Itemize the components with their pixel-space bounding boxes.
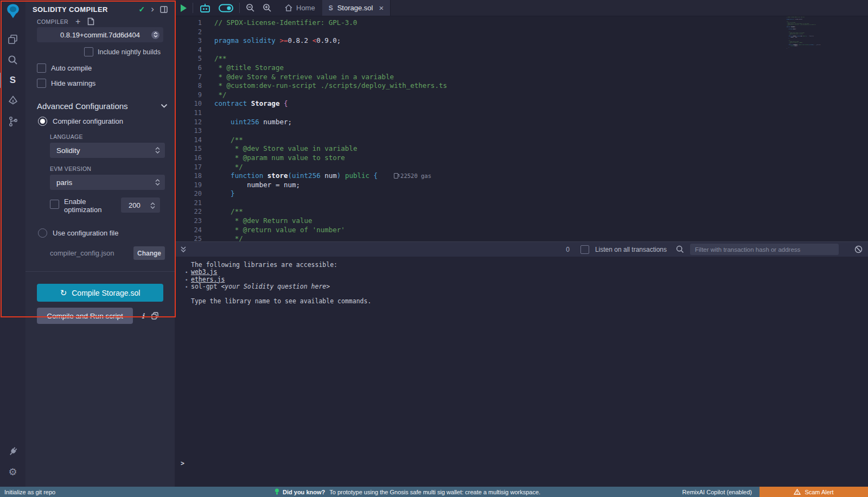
copilot-robot-icon[interactable]	[199, 3, 211, 12]
scam-alert-badge[interactable]: Scam Alert	[760, 487, 868, 497]
change-config-button[interactable]: Change	[133, 246, 165, 260]
git-init-status[interactable]: Initialize as git repo	[0, 489, 55, 495]
add-compiler-icon[interactable]: +	[75, 18, 80, 25]
copilot-toggle[interactable]	[219, 4, 233, 12]
pin-panel-icon[interactable]	[160, 6, 168, 13]
panel-title: SOLIDITY COMPILER	[33, 5, 133, 14]
runs-stepper-icon[interactable]	[150, 202, 155, 209]
terminal-search-icon[interactable]	[676, 245, 684, 253]
use-configuration-file-radio-row[interactable]: Use configuration file	[38, 228, 175, 238]
terminal-prompt[interactable]: >	[181, 460, 184, 467]
compile-button-label: Compile Storage.sol	[72, 289, 140, 297]
tip-text: To prototype using the Gnosis safe multi…	[329, 489, 540, 495]
gas-pump-icon	[809, 36, 809, 36]
language-label: LANGUAGE	[50, 133, 175, 140]
run-script-play-button[interactable]	[181, 4, 187, 12]
terminal-toolbar: 0 Listen on all transactions	[175, 241, 868, 257]
include-nightly-checkbox[interactable]	[84, 47, 93, 56]
compile-success-check-icon: ✓	[139, 5, 145, 14]
config-filename: compiler_config.json	[50, 249, 133, 257]
code-editor[interactable]: 1// SPDX-License-Identifier: GPL-3.023pr…	[175, 16, 868, 241]
git-icon[interactable]	[0, 111, 25, 132]
version-select-caret-icon	[151, 31, 159, 39]
enable-optimization-label-line1: Enable	[64, 197, 86, 206]
hide-warnings-checkbox[interactable]	[37, 79, 46, 88]
include-nightly-label: Include nightly builds	[98, 48, 161, 56]
listen-transactions-label: Listen on all transactions	[595, 246, 667, 253]
tab-home[interactable]: Home	[278, 0, 322, 16]
zoom-out-icon[interactable]	[246, 3, 255, 12]
evm-version-value: paris	[56, 179, 72, 187]
refresh-icon: ↻	[60, 289, 67, 297]
terminal-library-link[interactable]: web3.js	[191, 268, 217, 276]
compile-button[interactable]: ↻ Compile Storage.sol	[37, 284, 163, 302]
copy-icon[interactable]	[151, 312, 158, 320]
advanced-configurations-label: Advanced Configurations	[37, 101, 161, 111]
enable-optimization-label-line2: optimization	[64, 206, 101, 214]
expand-terminal-icon[interactable]	[180, 246, 187, 253]
use-configuration-file-label: Use configuration file	[53, 229, 118, 237]
compiler-configuration-radio[interactable]	[38, 117, 47, 126]
warning-triangle-icon	[794, 489, 801, 495]
language-value: Solidity	[56, 146, 80, 155]
remix-logo[interactable]	[5, 3, 21, 20]
info-icon[interactable]: i	[142, 312, 144, 320]
load-compiler-file-icon[interactable]	[87, 17, 94, 26]
status-bar: Initialize as git repo Did you know? To …	[0, 487, 868, 497]
tab-strip: S Storage.sol ×	[322, 0, 868, 16]
advanced-configurations-toggle[interactable]: Advanced Configurations	[37, 101, 168, 111]
settings-icon[interactable]: ⚙	[0, 462, 25, 482]
gas-pump-icon	[816, 44, 816, 45]
clear-terminal-icon[interactable]	[854, 245, 863, 253]
compiler-section-row: COMPILER +	[37, 17, 168, 26]
run-group	[175, 0, 193, 16]
enable-optimization-checkbox[interactable]	[50, 200, 59, 209]
terminal[interactable]: The following libraries are accessible:•…	[175, 257, 868, 487]
tab-storage-sol[interactable]: S Storage.sol ×	[322, 0, 391, 16]
compile-and-run-button[interactable]: Compile and Run script	[37, 308, 133, 324]
file-explorer-icon[interactable]	[0, 29, 25, 49]
tip-label: Did you know?	[283, 489, 325, 495]
copilot-status[interactable]: RemixAI Copilot (enabled)	[682, 489, 752, 495]
evm-version-label: EVM VERSION	[50, 165, 175, 172]
did-you-know-tip: Did you know? To prototype using the Gno…	[275, 488, 540, 495]
minimap[interactable]: 1// SPDX-License-Identifier: GPL-3.023pr…	[785, 16, 832, 98]
optimization-runs-wrap	[121, 197, 160, 213]
solidity-compiler-icon[interactable]: S	[0, 70, 25, 91]
activity-bar: S ⚙	[0, 0, 26, 487]
chevron-right-icon[interactable]: ›	[151, 6, 154, 12]
solidity-file-icon: S	[329, 4, 333, 12]
enable-optimization-row: Enable optimization	[50, 197, 175, 214]
transaction-filter-input[interactable]	[690, 244, 839, 255]
evm-version-select[interactable]: paris	[50, 175, 165, 190]
close-tab-icon[interactable]: ×	[379, 3, 384, 12]
lightbulb-icon	[275, 488, 279, 495]
copilot-group	[193, 0, 239, 16]
deploy-run-icon[interactable]	[0, 91, 25, 111]
solidity-compiler-panel: SOLIDITY COMPILER ✓ › COMPILER + 0.8.19+…	[25, 0, 175, 487]
auto-compile-checkbox[interactable]	[37, 63, 46, 73]
hide-warnings-row: Hide warnings	[37, 79, 175, 88]
auto-compile-label: Auto compile	[51, 64, 92, 72]
listen-transactions-checkbox[interactable]	[580, 245, 589, 254]
plugin-manager-icon[interactable]	[0, 441, 25, 462]
compiler-configuration-radio-row[interactable]: Compiler configuration	[38, 117, 175, 126]
home-label: Home	[296, 4, 315, 12]
select-stepper-icon	[155, 179, 160, 186]
zoom-in-icon[interactable]	[263, 3, 272, 12]
hide-warnings-label: Hide warnings	[51, 79, 95, 87]
settings-gear-glyph: ⚙	[8, 467, 17, 477]
main-area: Home S Storage.sol × 1// SPDX-License-Id…	[175, 0, 868, 487]
compiler-version-select[interactable]: 0.8.19+commit.7dd6d404	[37, 27, 163, 42]
code-lines: 1// SPDX-License-Identifier: GPL-3.023pr…	[785, 16, 832, 49]
enable-optimization-label: Enable optimization	[64, 197, 112, 214]
editor-topbar: Home S Storage.sol ×	[175, 0, 868, 16]
terminal-library-link[interactable]: ethers.js	[191, 276, 225, 283]
terminal-lines: The following libraries are accessible:•…	[191, 262, 868, 305]
use-configuration-file-radio[interactable]	[38, 228, 47, 238]
solidity-compiler-glyph: S	[10, 75, 16, 86]
select-stepper-icon	[155, 147, 160, 154]
search-icon[interactable]	[0, 49, 25, 70]
language-select[interactable]: Solidity	[50, 143, 165, 158]
home-icon	[285, 4, 292, 11]
